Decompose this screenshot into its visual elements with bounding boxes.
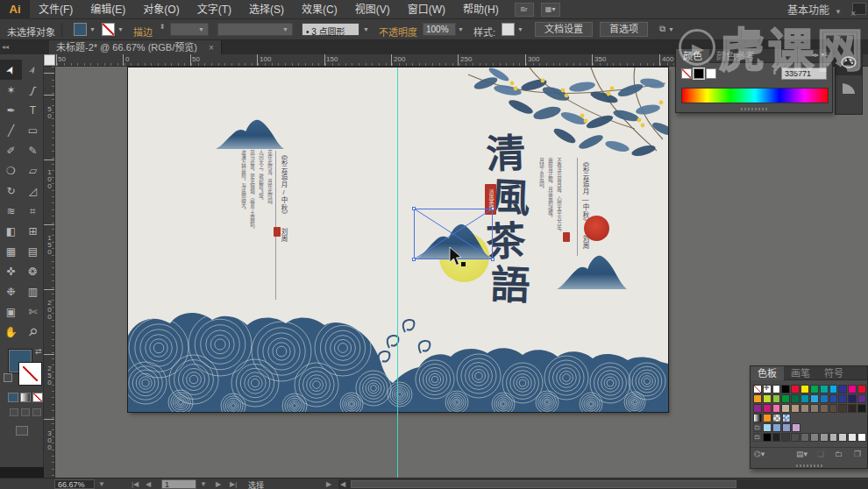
- swatch[interactable]: [810, 385, 819, 393]
- gradient-tool[interactable]: ▤: [22, 241, 44, 261]
- swatch[interactable]: [753, 394, 762, 403]
- chevron-down-icon[interactable]: ▼: [200, 480, 207, 488]
- swatch-kinds-icon[interactable]: ▤▾: [796, 450, 808, 458]
- tab-color-guide[interactable]: 颜色参考: [709, 49, 762, 63]
- tab-brushes[interactable]: 画笔: [784, 366, 817, 380]
- swatch[interactable]: [753, 404, 762, 413]
- column-graph-tool[interactable]: ▥: [22, 281, 44, 301]
- swatch[interactable]: [791, 394, 800, 403]
- line-tool[interactable]: ╱: [0, 120, 22, 140]
- screen-mode-button[interactable]: [16, 426, 28, 436]
- swatch[interactable]: [782, 423, 791, 432]
- default-fill-stroke-icon[interactable]: [4, 373, 12, 382]
- menu-item[interactable]: 效果(C): [293, 0, 346, 19]
- selection-handle[interactable]: [491, 258, 494, 261]
- workspace-switcher[interactable]: 基本功能▼: [787, 2, 842, 17]
- selection-handle[interactable]: [412, 258, 416, 261]
- color-group-folder-icon[interactable]: [753, 433, 762, 442]
- color-group-folder-icon[interactable]: [753, 423, 762, 432]
- artboard-tool[interactable]: ▣: [0, 301, 22, 322]
- menu-item[interactable]: 文字(T): [189, 0, 240, 19]
- swatch[interactable]: [857, 433, 866, 442]
- swatch[interactable]: [838, 404, 847, 413]
- swatch[interactable]: [772, 394, 781, 403]
- menu-item[interactable]: 对象(O): [134, 0, 188, 19]
- bridge-icon[interactable]: Br: [515, 3, 534, 17]
- perspective-grid-tool[interactable]: ⊞: [22, 221, 44, 241]
- pattern-swatch[interactable]: [772, 414, 781, 422]
- swatch[interactable]: [848, 385, 857, 393]
- none-swatch[interactable]: [681, 68, 692, 79]
- color-panel-icon[interactable]: [836, 49, 862, 75]
- gradient-mode-button[interactable]: [20, 393, 31, 402]
- gradient-panel-icon[interactable]: [836, 75, 862, 102]
- hand-tool[interactable]: ✋: [0, 322, 22, 342]
- tab-swatches[interactable]: 色板: [751, 366, 784, 380]
- opacity-label[interactable]: 不透明度: [379, 25, 417, 39]
- style-swatch[interactable]: [502, 23, 515, 36]
- panel-menu-icon[interactable]: ◂▸ ▾≡: [812, 51, 829, 59]
- new-swatch-icon[interactable]: ❐: [854, 450, 861, 458]
- blend-tool[interactable]: ❂: [22, 261, 44, 281]
- swatch[interactable]: [800, 433, 809, 442]
- width-tool[interactable]: ≋: [0, 201, 22, 221]
- panel-menu-icon[interactable]: ⧉ ▼: [659, 24, 674, 34]
- ruler-origin-box[interactable]: [44, 54, 55, 66]
- none-mode-button[interactable]: [32, 393, 43, 402]
- watermark-close-icon[interactable]: ×: [850, 9, 856, 18]
- paintbrush-tool[interactable]: ✐: [0, 140, 22, 160]
- hex-value-field[interactable]: [781, 67, 827, 80]
- menu-item[interactable]: 文件(F): [30, 0, 82, 19]
- menu-item[interactable]: 窗口(W): [399, 0, 454, 19]
- draw-behind-button[interactable]: [21, 408, 30, 416]
- swatch[interactable]: [792, 423, 800, 432]
- eraser-tool[interactable]: ▱: [22, 160, 44, 181]
- swatch[interactable]: [781, 394, 790, 403]
- swatch[interactable]: [772, 423, 781, 432]
- swatch[interactable]: [810, 394, 819, 403]
- pencil-tool[interactable]: ✎: [22, 140, 44, 160]
- zoom-level-field[interactable]: 66.67%: [54, 479, 95, 489]
- prev-artboard-icon[interactable]: ◀: [146, 480, 151, 488]
- swatch[interactable]: [800, 394, 809, 403]
- rectangle-tool[interactable]: ▭: [22, 120, 44, 140]
- swatch[interactable]: [810, 433, 819, 442]
- pattern-swatch[interactable]: [782, 414, 791, 422]
- swatch-options-icon[interactable]: ❏: [817, 450, 824, 458]
- swatch[interactable]: [772, 433, 781, 442]
- panel-resize-gripper[interactable]: [741, 108, 767, 110]
- fill-color-swatch[interactable]: [74, 23, 87, 36]
- stroke-color-swatch[interactable]: [102, 23, 115, 36]
- swatch[interactable]: [763, 423, 772, 432]
- color-mode-button[interactable]: [8, 393, 18, 402]
- swatch[interactable]: [838, 433, 847, 442]
- swatch-libraries-icon[interactable]: ⌬▾: [754, 450, 765, 458]
- collapse-icon[interactable]: ◂◂: [2, 43, 9, 51]
- swatch[interactable]: [829, 394, 838, 403]
- swatch[interactable]: [763, 414, 772, 422]
- swatch[interactable]: [800, 404, 809, 413]
- swatch[interactable]: [838, 394, 847, 403]
- blob-brush-tool[interactable]: ❍: [0, 160, 22, 181]
- swatch[interactable]: [763, 394, 772, 403]
- swatch[interactable]: [791, 385, 800, 393]
- swatch[interactable]: [763, 433, 772, 442]
- swatch[interactable]: [810, 404, 819, 413]
- swap-fill-stroke-icon[interactable]: ⇄: [35, 347, 42, 356]
- variable-width-profile-field[interactable]: • 3 点圆形: [302, 23, 359, 36]
- selection-tool[interactable]: ➤: [0, 60, 22, 80]
- swatch[interactable]: [820, 404, 829, 413]
- first-artboard-icon[interactable]: |◀: [132, 480, 139, 488]
- chevron-down-icon[interactable]: ▼: [282, 26, 288, 32]
- new-color-group-icon[interactable]: 🗀: [835, 450, 843, 458]
- panel-resize-gripper[interactable]: [796, 464, 822, 467]
- chevron-down-icon[interactable]: ▼: [89, 26, 96, 32]
- chevron-down-icon[interactable]: ▼: [363, 26, 369, 32]
- chevron-down-icon[interactable]: ▼: [98, 480, 105, 488]
- stroke-color-indicator[interactable]: [18, 362, 42, 386]
- swatch[interactable]: [848, 433, 857, 442]
- swatch[interactable]: [838, 385, 847, 393]
- swatch[interactable]: [772, 404, 781, 413]
- swatch[interactable]: [800, 385, 809, 393]
- selection-handle[interactable]: [412, 207, 416, 210]
